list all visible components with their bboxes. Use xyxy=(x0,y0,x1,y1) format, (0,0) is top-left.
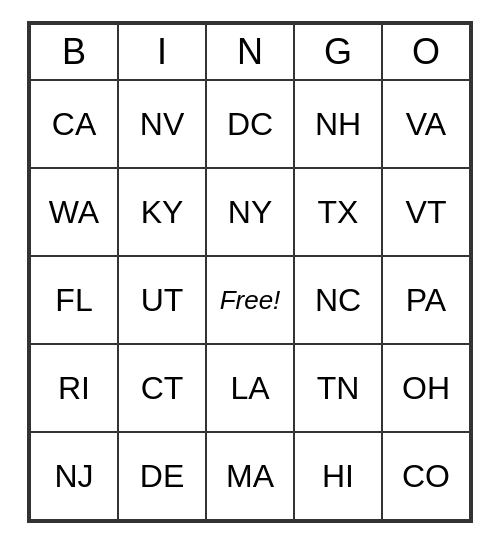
header-cell-i: I xyxy=(118,24,206,80)
table-cell: CT xyxy=(118,344,206,432)
table-cell: OH xyxy=(382,344,470,432)
table-cell: VA xyxy=(382,80,470,168)
free-cell: Free! xyxy=(206,256,294,344)
table-cell: TX xyxy=(294,168,382,256)
table-cell: DC xyxy=(206,80,294,168)
table-row: FLUTFree!NCPA xyxy=(30,256,470,344)
table-cell: NH xyxy=(294,80,382,168)
table-row: WAKYNYTXVT xyxy=(30,168,470,256)
table-cell: TN xyxy=(294,344,382,432)
header-row: BINGO xyxy=(30,24,470,80)
table-cell: RI xyxy=(30,344,118,432)
table-cell: WA xyxy=(30,168,118,256)
table-cell: FL xyxy=(30,256,118,344)
table-cell: CO xyxy=(382,432,470,520)
table-cell: HI xyxy=(294,432,382,520)
header-cell-g: G xyxy=(294,24,382,80)
table-cell: NC xyxy=(294,256,382,344)
table-cell: NV xyxy=(118,80,206,168)
header-cell-b: B xyxy=(30,24,118,80)
table-cell: NJ xyxy=(30,432,118,520)
table-cell: UT xyxy=(118,256,206,344)
table-row: RICTLATNOH xyxy=(30,344,470,432)
table-row: CANVDCNHVA xyxy=(30,80,470,168)
table-cell: MA xyxy=(206,432,294,520)
header-cell-n: N xyxy=(206,24,294,80)
table-row: NJDEMAHICO xyxy=(30,432,470,520)
bingo-table: BINGO CANVDCNHVAWAKYNYTXVTFLUTFree!NCPAR… xyxy=(29,23,471,521)
table-cell: NY xyxy=(206,168,294,256)
table-cell: VT xyxy=(382,168,470,256)
header-cell-o: O xyxy=(382,24,470,80)
table-cell: CA xyxy=(30,80,118,168)
table-cell: KY xyxy=(118,168,206,256)
table-cell: PA xyxy=(382,256,470,344)
bingo-card: BINGO CANVDCNHVAWAKYNYTXVTFLUTFree!NCPAR… xyxy=(27,21,473,523)
table-cell: DE xyxy=(118,432,206,520)
table-cell: LA xyxy=(206,344,294,432)
